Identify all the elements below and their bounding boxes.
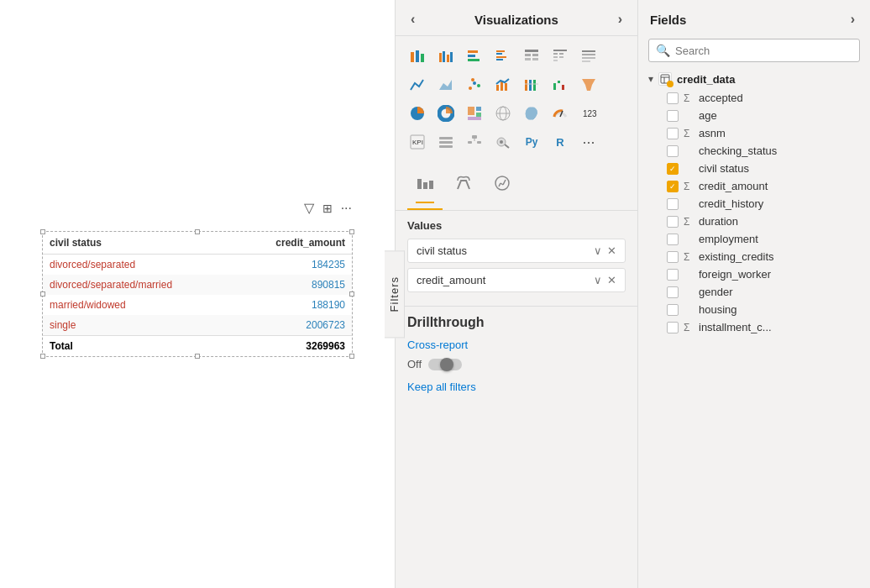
viz-filled-map-icon[interactable] bbox=[518, 100, 545, 127]
svg-rect-28 bbox=[582, 60, 590, 62]
field-group-header[interactable]: ▾ credit_data bbox=[648, 69, 860, 89]
viz-python-icon[interactable]: Py bbox=[518, 129, 545, 155]
svg-rect-2 bbox=[421, 54, 424, 62]
viz-table-icon[interactable] bbox=[518, 43, 545, 70]
viz-donut-icon[interactable] bbox=[432, 100, 459, 127]
field-item[interactable]: Σexisting_credits bbox=[648, 248, 860, 265]
field-item[interactable]: foreign_worker bbox=[648, 265, 860, 283]
field-checkbox[interactable] bbox=[667, 145, 679, 157]
viz-tab-analytics[interactable] bbox=[485, 169, 520, 210]
viz-tab-build[interactable] bbox=[407, 169, 443, 210]
viz-scatter-icon[interactable] bbox=[461, 71, 488, 98]
field-item[interactable]: credit_history bbox=[648, 195, 860, 213]
svg-rect-8 bbox=[468, 55, 475, 57]
field-item[interactable]: gender bbox=[648, 283, 860, 301]
field-item[interactable]: Σinstallment_c... bbox=[648, 318, 860, 336]
viz-gauge-icon[interactable] bbox=[547, 100, 574, 127]
viz-map-icon[interactable] bbox=[490, 100, 516, 127]
viz-grouped-hbar-icon[interactable] bbox=[490, 43, 516, 70]
expand-icon[interactable]: ⊞ bbox=[322, 202, 333, 215]
resize-handle-tm[interactable] bbox=[195, 229, 200, 234]
resize-handle-ml[interactable] bbox=[40, 291, 45, 297]
viz-grouped-bar-icon[interactable] bbox=[432, 43, 459, 70]
resize-handle-mr[interactable] bbox=[349, 291, 354, 297]
field-checkbox[interactable] bbox=[667, 216, 679, 228]
svg-line-67 bbox=[505, 144, 509, 148]
viz-kpi-icon[interactable]: KPI bbox=[404, 129, 431, 155]
field-checkbox[interactable] bbox=[667, 128, 679, 139]
filters-tab[interactable]: Filters bbox=[385, 250, 405, 338]
viz-more-icon[interactable]: ··· bbox=[575, 129, 602, 155]
viz-key-influencers-icon[interactable] bbox=[490, 129, 516, 155]
cell-credit-amount: 2006723 bbox=[235, 315, 352, 336]
drillthrough-section: Drillthrough Cross-report Off Keep all f… bbox=[396, 306, 637, 402]
credit-amount-pill[interactable]: credit_amount ∨ ✕ bbox=[407, 268, 626, 292]
viz-treemap-icon[interactable] bbox=[461, 100, 488, 127]
viz-prev-arrow[interactable]: ‹ bbox=[407, 10, 418, 29]
field-item[interactable]: Σduration bbox=[648, 213, 860, 230]
field-checkbox[interactable] bbox=[667, 269, 679, 281]
field-item[interactable]: Σasnm bbox=[648, 124, 860, 142]
field-item[interactable]: civil status bbox=[648, 160, 860, 177]
resize-handle-bl[interactable] bbox=[40, 354, 45, 359]
viz-combo-icon[interactable] bbox=[490, 71, 516, 98]
resize-handle-tr[interactable] bbox=[349, 229, 354, 234]
civil-status-pill[interactable]: civil status ∨ ✕ bbox=[407, 239, 626, 263]
field-checkbox[interactable] bbox=[667, 163, 679, 175]
field-checkbox[interactable] bbox=[667, 110, 679, 122]
fields-search-box[interactable]: 🔍 bbox=[648, 39, 860, 62]
pill-dropdown-icon[interactable]: ∨ bbox=[594, 244, 602, 257]
fields-expand-arrow[interactable]: › bbox=[847, 10, 858, 29]
field-item[interactable]: Σaccepted bbox=[648, 89, 860, 107]
viz-decomp-icon[interactable] bbox=[461, 129, 488, 155]
resize-handle-tl[interactable] bbox=[40, 229, 45, 234]
viz-stacked-bar-icon[interactable] bbox=[404, 43, 431, 70]
field-checkbox[interactable] bbox=[667, 181, 679, 192]
toggle-switch[interactable] bbox=[428, 359, 462, 370]
field-checkbox[interactable] bbox=[667, 92, 679, 104]
field-checkbox[interactable] bbox=[667, 251, 679, 263]
more-options-icon[interactable]: ··· bbox=[341, 201, 352, 216]
viz-card-number-icon[interactable]: 123 bbox=[575, 100, 602, 127]
field-item[interactable]: housing bbox=[648, 301, 860, 318]
field-item[interactable]: checking_status bbox=[648, 142, 860, 160]
viz-ribbon-icon[interactable] bbox=[518, 71, 545, 98]
viz-waterfall-icon[interactable] bbox=[547, 71, 574, 98]
search-input[interactable] bbox=[675, 45, 852, 57]
viz-tab-format[interactable] bbox=[446, 169, 481, 210]
viz-r-icon[interactable]: R bbox=[547, 129, 574, 155]
svg-rect-58 bbox=[439, 137, 453, 139]
viz-area-icon[interactable] bbox=[432, 71, 459, 98]
resize-handle-bm[interactable] bbox=[195, 354, 200, 359]
build-tab-icon bbox=[416, 174, 434, 197]
pill-close-icon[interactable]: ✕ bbox=[607, 244, 616, 257]
viz-slicer-icon[interactable] bbox=[432, 129, 459, 155]
viz-line-icon[interactable] bbox=[404, 71, 431, 98]
pill-close-icon2[interactable]: ✕ bbox=[607, 274, 616, 286]
viz-matrix-icon[interactable] bbox=[547, 43, 574, 70]
svg-rect-34 bbox=[496, 85, 499, 91]
viz-funnel-icon[interactable] bbox=[575, 71, 602, 98]
viz-hbar-icon[interactable] bbox=[461, 43, 488, 70]
field-checkbox[interactable] bbox=[667, 286, 679, 298]
svg-point-66 bbox=[500, 140, 503, 144]
field-label: civil status bbox=[699, 162, 749, 175]
viz-pie-icon[interactable] bbox=[404, 100, 431, 127]
field-checkbox[interactable] bbox=[667, 304, 679, 316]
pill-dropdown-icon2[interactable]: ∨ bbox=[594, 274, 602, 286]
resize-handle-br[interactable] bbox=[349, 354, 354, 359]
keep-all-label[interactable]: Keep all filters bbox=[407, 381, 626, 393]
field-checkbox[interactable] bbox=[667, 198, 679, 210]
viz-next-arrow[interactable]: › bbox=[615, 10, 626, 29]
table-widget[interactable]: ▽ ⊞ ··· civil status credit_amount divor… bbox=[42, 231, 353, 357]
viz-multirow-icon[interactable] bbox=[575, 43, 602, 70]
svg-text:KPI: KPI bbox=[412, 139, 423, 146]
cross-report-label[interactable]: Cross-report bbox=[407, 339, 626, 351]
field-item[interactable]: employment bbox=[648, 230, 860, 248]
field-item[interactable]: age bbox=[648, 107, 860, 124]
filter-icon[interactable]: ▽ bbox=[304, 200, 314, 216]
field-checkbox[interactable] bbox=[667, 234, 679, 245]
svg-rect-42 bbox=[558, 81, 560, 83]
field-item[interactable]: Σcredit_amount bbox=[648, 177, 860, 195]
field-checkbox[interactable] bbox=[667, 322, 679, 333]
